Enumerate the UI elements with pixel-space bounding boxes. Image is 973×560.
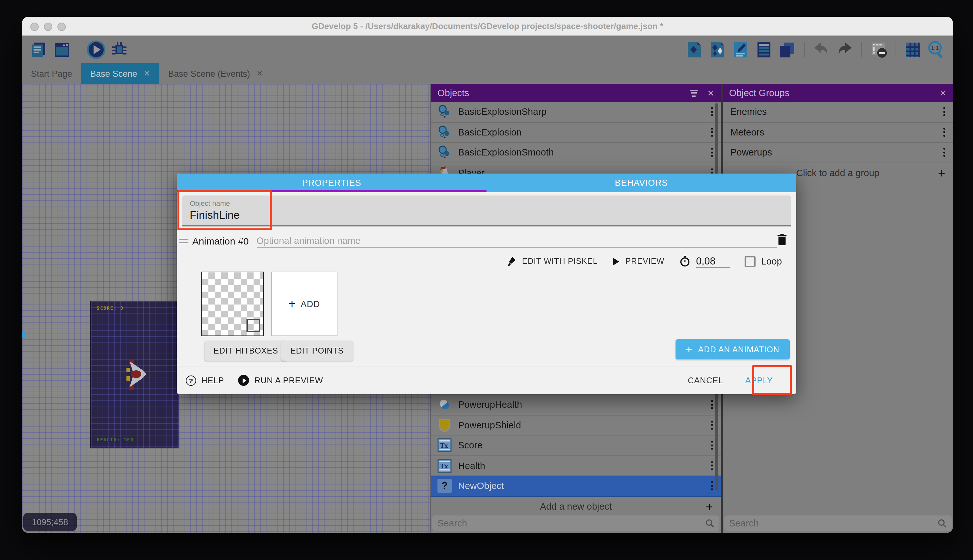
cancel-button[interactable]: CANCEL	[688, 375, 723, 385]
close-panel-icon[interactable]: ✕	[707, 88, 714, 98]
play-icon[interactable]	[87, 40, 106, 59]
undo-icon[interactable]	[812, 40, 831, 59]
object-menu-icon[interactable]	[708, 127, 716, 138]
object-groups-icon[interactable]	[708, 40, 727, 59]
help-button[interactable]: ? HELP	[186, 375, 224, 385]
group-name: Meteors	[730, 127, 764, 137]
object-row[interactable]: PowerupShield	[431, 415, 721, 435]
object-row-selected[interactable]: ? NewObject	[431, 476, 721, 497]
debug-icon[interactable]	[110, 40, 129, 59]
group-menu-icon[interactable]	[941, 106, 948, 118]
frame-origin-marker	[247, 319, 260, 332]
object-name: Health	[458, 461, 485, 471]
tab-label: Start Page	[31, 69, 72, 78]
layers-icon[interactable]	[778, 40, 797, 59]
minimize-window-button[interactable]	[44, 22, 52, 31]
objects-panel-header: Objects ✕	[431, 84, 721, 102]
instances-list-icon[interactable]	[754, 40, 774, 59]
tab-base-scene-events[interactable]: Base Scene (Events) ✕	[159, 63, 272, 84]
objects-list-icon[interactable]	[685, 40, 704, 59]
timer-icon	[679, 255, 690, 267]
cursor-coordinates: 1095;458	[23, 513, 77, 531]
add-animation-button[interactable]: + ADD AN ANIMATION	[675, 339, 790, 359]
groups-search	[724, 515, 952, 531]
edit-with-piskel-button[interactable]: EDIT WITH PISKEL	[522, 257, 598, 266]
object-row[interactable]: Tx Health	[431, 456, 721, 476]
edit-points-button[interactable]: EDIT POINTS	[281, 341, 353, 361]
gdevelop-window: GDevelop 5 - /Users/dkarakay/Documents/G…	[22, 17, 953, 533]
title-bar: GDevelop 5 - /Users/dkarakay/Documents/G…	[22, 17, 953, 36]
object-menu-icon[interactable]	[708, 399, 716, 411]
objects-panel-title: Objects	[437, 88, 469, 98]
svg-text:1:1: 1:1	[931, 45, 938, 51]
scene-editor-icon[interactable]	[52, 40, 72, 59]
groups-search-input[interactable]	[729, 518, 938, 528]
edit-points-label: EDIT POINTS	[290, 346, 343, 355]
desktop: GDevelop 5 - /Users/dkarakay/Documents/G…	[0, 0, 973, 560]
animation-name-input[interactable]	[257, 233, 777, 248]
edit-hitboxes-label: EDIT HITBOXES	[213, 346, 278, 355]
group-row[interactable]: Powerups	[723, 143, 953, 163]
deselect-instances-icon[interactable]	[869, 40, 888, 59]
animation-frame-thumbnail[interactable]	[201, 272, 264, 336]
object-menu-icon[interactable]	[708, 419, 716, 431]
object-menu-icon[interactable]	[708, 106, 716, 118]
group-menu-icon[interactable]	[941, 127, 948, 138]
close-tab-icon[interactable]: ✕	[143, 69, 150, 78]
filter-icon[interactable]	[690, 89, 698, 97]
window-title: GDevelop 5 - /Users/dkarakay/Documents/G…	[22, 21, 953, 31]
tab-behaviors[interactable]: BEHAVIORS	[486, 173, 796, 192]
preview-button[interactable]: PREVIEW	[626, 257, 665, 266]
annotation-box-apply	[752, 365, 792, 395]
game-scene-area[interactable]: SCORE: 0 HEALTH: 100	[90, 301, 179, 448]
objects-search-input[interactable]	[437, 518, 705, 528]
object-name-label: Object name	[190, 199, 783, 207]
object-row[interactable]: BasicExplosionSmooth	[431, 143, 721, 163]
object-name-value[interactable]: FinishLine	[190, 209, 783, 222]
grid-icon[interactable]	[903, 40, 923, 59]
object-menu-icon[interactable]	[708, 440, 716, 451]
close-window-button[interactable]	[30, 22, 39, 31]
object-row[interactable]: PowerupHealth	[431, 395, 721, 415]
player-ship-sprite[interactable]	[125, 358, 148, 390]
zoom-window-button[interactable]	[57, 22, 66, 31]
toolbar-separator	[861, 42, 862, 57]
add-new-object-button[interactable]: Add a new object +	[431, 497, 721, 517]
annotation-box-object-name	[177, 190, 272, 230]
object-menu-icon[interactable]	[708, 460, 716, 472]
loop-checkbox[interactable]	[744, 256, 755, 267]
close-panel-icon[interactable]: ✕	[940, 88, 946, 98]
run-preview-label: RUN A PREVIEW	[254, 375, 323, 385]
add-frame-button[interactable]: + ADD	[271, 272, 337, 336]
plus-icon: +	[288, 297, 295, 311]
object-row[interactable]: BasicExplosion	[431, 122, 721, 143]
selection-handle[interactable]	[22, 332, 26, 337]
text-object-icon: Tx	[437, 438, 452, 453]
object-row[interactable]: Tx Score	[431, 435, 721, 456]
time-between-frames-input[interactable]	[696, 255, 730, 267]
loop-label: Loop	[761, 256, 782, 267]
object-row[interactable]: BasicExplosionSharp	[431, 102, 721, 122]
tab-label: Base Scene	[90, 69, 137, 78]
tab-behaviors-label: BEHAVIORS	[615, 178, 668, 188]
object-menu-icon[interactable]	[708, 480, 716, 492]
object-name-field[interactable]: Object name FinishLine	[182, 195, 791, 227]
delete-animation-icon[interactable]	[777, 233, 787, 248]
redo-icon[interactable]	[835, 40, 854, 59]
run-preview-button[interactable]: RUN A PREVIEW	[238, 375, 323, 386]
tab-start-page[interactable]: Start Page	[22, 63, 81, 84]
scene-tabs: Start Page Base Scene ✕ Base Scene (Even…	[22, 63, 953, 84]
group-row[interactable]: Meteors	[723, 122, 953, 143]
properties-icon[interactable]	[731, 40, 750, 59]
help-icon: ?	[186, 375, 196, 385]
close-tab-icon[interactable]: ✕	[257, 69, 263, 78]
project-manager-icon[interactable]	[29, 40, 48, 59]
object-menu-icon[interactable]	[708, 147, 716, 158]
tab-base-scene[interactable]: Base Scene ✕	[81, 63, 159, 84]
group-row[interactable]: Enemies	[723, 102, 953, 122]
drag-handle-icon[interactable]	[179, 238, 188, 243]
edit-hitboxes-button[interactable]: EDIT HITBOXES	[205, 341, 287, 361]
zoom-1-1-icon[interactable]: 1:1	[926, 40, 946, 59]
group-menu-icon[interactable]	[941, 147, 948, 158]
groups-list: Enemies Meteors Powerups Click to add a …	[723, 102, 953, 183]
